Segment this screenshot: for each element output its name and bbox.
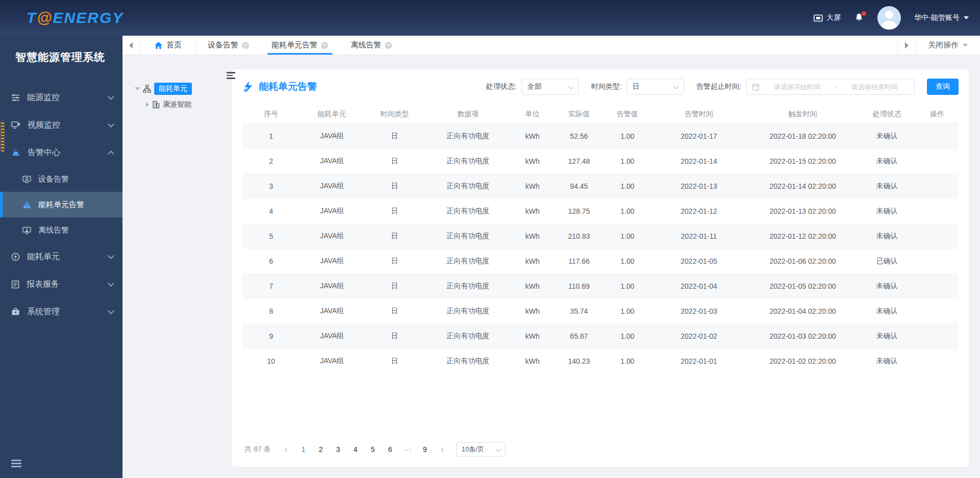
table-cell: 2022-01-12 02:20:00 [747,223,858,248]
table-cell: 未确认 [859,223,916,248]
table-cell: 1.00 [604,123,650,148]
pagination-page-button[interactable]: 6 [383,442,397,457]
sidebar-item-label: 能耗单元告警 [38,200,84,210]
pagination-page-button[interactable]: 1 [296,442,310,457]
table-cell: 日 [364,323,425,348]
table-cell: kWh [511,173,554,198]
energy-unit-icon [11,253,20,261]
logo-at-symbol: @ [37,9,53,26]
column-header: 数据项 [425,105,511,123]
sidebar-item-offline-alarm[interactable]: 离线告警 [0,217,122,243]
search-button[interactable]: 查询 [927,79,959,95]
tree-collapse-button[interactable] [227,70,235,81]
table-cell [916,123,959,148]
pagination-page-button[interactable]: 4 [348,442,362,457]
sidebar-collapse-button[interactable] [11,458,21,469]
start-date-input[interactable] [763,83,831,91]
app-logo: T@ENERGY [27,9,124,27]
column-header: 序号 [242,105,300,123]
close-icon[interactable]: × [242,42,249,49]
sidebar-item-system-management[interactable]: 系统管理 [0,298,122,325]
table-cell: 128.75 [554,198,604,223]
page-title: 能耗单元告警 [259,80,317,93]
table-cell [916,198,959,223]
tree-expand-icon[interactable] [146,102,149,107]
page-size-value: 10条/页 [461,445,484,454]
arrow-left-icon [129,42,133,48]
status-select[interactable]: 全部 [522,79,579,95]
table-cell: 2022-01-13 [651,173,747,198]
table-row: 6JAVA组日正向有功电度kWh117.661.002022-01-052022… [242,248,959,273]
table-cell: 2022-01-11 [651,223,747,248]
bolt-icon [242,81,254,93]
top-header: T@ENERGY 大屏 华中-能管账号 [0,0,980,36]
sidebar-item-device-alarm[interactable]: 设备告警 [0,166,122,192]
sidebar-item-video-monitor[interactable]: 视频监控 [0,111,122,139]
table-cell: JAVA组 [300,273,364,298]
tab-device-alarm[interactable]: 设备告警 × [197,36,260,55]
chevron-down-icon [108,308,114,314]
alarm-table: 序号 能耗单元 时间类型 数据项 单位 实际值 告警值 告警时间 触发时间 处理… [242,105,959,374]
pagination-prev-button[interactable]: ‹ [279,442,293,457]
chevron-down-icon [963,44,968,47]
pagination-ellipsis[interactable]: ··· [400,442,414,457]
sidebar-item-label: 能耗单元 [27,251,109,262]
sidebar-item-label: 报表服务 [27,279,109,290]
tab-home[interactable]: 首页 [140,36,197,55]
table-cell: 3 [242,173,300,198]
table-cell: 未确认 [859,198,916,223]
close-icon[interactable]: × [385,42,392,49]
table-cell: JAVA组 [300,123,364,148]
time-type-select[interactable]: 日 [627,79,684,95]
tree-node-company[interactable]: 康派智能 [122,100,232,109]
tab-scroll-right-button[interactable] [898,36,915,55]
table-cell: 7 [242,273,300,298]
sidebar-item-report-service[interactable]: 报表服务 [0,270,122,298]
table-cell: 日 [364,198,425,223]
sidebar-item-energy-unit-alarm[interactable]: 能耗单元告警 [0,192,122,217]
tab-scroll-left-button[interactable] [122,36,140,55]
tab-energy-unit-alarm[interactable]: 能耗单元告警 × [260,36,339,55]
table-cell: 4 [242,198,300,223]
pagination-page-button[interactable]: 2 [313,442,328,457]
user-avatar[interactable] [877,6,901,30]
header-actions: 大屏 华中-能管账号 [814,6,969,30]
table-cell: 2022-01-03 02:20:00 [747,323,858,348]
tree-expand-icon[interactable] [135,87,140,90]
logo-text: T [27,9,37,26]
table-cell: 2022-01-17 [651,123,747,148]
table-cell: 2022-01-04 02:20:00 [747,298,858,323]
tree-node-root[interactable]: 能耗单元 [122,83,232,95]
table-cell [916,148,959,173]
column-header: 时间类型 [364,105,425,123]
sidebar-item-energy-unit[interactable]: 能耗单元 [0,243,122,270]
table-cell: 2022-01-01 [651,348,747,373]
pagination-page-button[interactable]: 5 [365,442,380,457]
account-menu[interactable]: 华中-能管账号 [914,13,969,22]
tree-node-label-selected[interactable]: 能耗单元 [154,83,192,95]
pagination-page-button[interactable]: 9 [418,442,432,457]
sidebar-item-energy-monitor[interactable]: 能源监控 [0,84,122,111]
notification-bell-button[interactable] [854,13,864,23]
page-size-select[interactable]: 10条/页 [456,442,505,457]
end-date-input[interactable] [840,83,909,91]
close-operations-menu[interactable]: 关闭操作 [915,36,980,55]
arrow-right-icon [905,42,909,48]
pagination-next-button[interactable]: › [435,442,449,457]
table-cell: 2022-01-12 [651,198,747,223]
table-cell: 94.45 [554,173,604,198]
tab-spacer [403,36,898,55]
table-cell [916,173,959,198]
sidebar-item-alarm-center[interactable]: 告警中心 [0,139,122,166]
column-header: 触发时间 [747,105,858,123]
table-cell: 正向有功电度 [425,173,511,198]
tab-offline-alarm[interactable]: 离线告警 × [339,36,403,55]
pagination-page-button[interactable]: 3 [331,442,345,457]
offline-alarm-icon [22,227,31,234]
tree-node-label[interactable]: 康派智能 [163,100,191,109]
close-icon[interactable]: × [321,42,328,49]
big-screen-button[interactable]: 大屏 [814,13,841,22]
date-range-picker[interactable]: - [746,79,915,95]
tab-label: 离线告警 [351,40,381,50]
column-header: 实际值 [554,105,604,123]
